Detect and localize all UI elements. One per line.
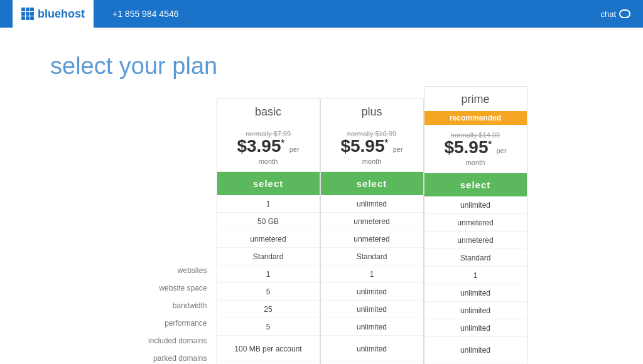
plan-basic-select-top[interactable]: select — [217, 172, 320, 195]
plan-prime-sub-domains: unlimited — [424, 302, 527, 319]
header: bluehost +1 855 984 4546 chat — [0, 0, 643, 28]
plan-prime-website-space: unmetered — [424, 214, 527, 232]
plan-plus-bandwidth: unmetered — [321, 230, 423, 248]
label-websites: websites — [116, 262, 207, 279]
plan-plus-price-value: $5.95* — [340, 136, 392, 156]
plan-plus-included-domains: 1 — [321, 265, 423, 283]
plan-plus-websites: unlimited — [321, 195, 423, 213]
plan-plus-select-top[interactable]: select — [321, 172, 423, 195]
label-parked-domains: parked domains — [116, 350, 207, 364]
plan-prime-recommended: recommended — [424, 111, 527, 125]
label-bandwidth: bandwidth — [116, 297, 207, 314]
chat-button[interactable]: chat — [600, 9, 630, 19]
plan-plus-sub-domains: unlimited — [321, 301, 423, 318]
chat-icon — [619, 9, 630, 18]
plan-basic-price-dollar: $3.95 — [237, 136, 281, 156]
logo-text: bluehost — [38, 8, 85, 21]
plan-plus-parked-domains: unlimited — [321, 283, 423, 301]
plan-basic-performance: Standard — [217, 248, 320, 265]
plan-prime-email-storage: unlimited — [424, 337, 527, 363]
label-included-domains: included domains — [116, 332, 207, 350]
plan-basic-email-storage: 100 MB per account — [217, 336, 320, 362]
plan-plus-price-box: normally $10.99 $5.95* permonth — [321, 124, 423, 172]
plan-prime-parked-domains: unlimited — [424, 284, 527, 302]
plan-basic-name: basic — [217, 99, 320, 124]
plan-prime-price-value: $5.95* — [444, 137, 496, 157]
plan-basic-included-domains: 1 — [217, 265, 320, 283]
plan-plus-email-accounts: unlimited — [321, 318, 423, 336]
plan-basic-bandwidth: unmetered — [217, 230, 320, 248]
plan-plus-price: $5.95* permonth — [324, 137, 420, 166]
plan-prime-select-top[interactable]: select — [424, 173, 527, 196]
plan-prime-price: $5.95* permonth — [428, 139, 524, 168]
plan-prime-email-accounts: unlimited — [424, 319, 527, 337]
plan-prime-performance: Standard — [424, 249, 527, 267]
plan-basic-price: $3.95* permonth — [220, 137, 316, 166]
plan-plus-website-space: unmetered — [321, 213, 423, 230]
plan-basic-email-accounts: 5 — [217, 318, 320, 336]
plan-prime-name: prime — [424, 87, 527, 111]
logo-grid-icon — [21, 8, 34, 20]
plans-container: websites website space bandwidth perform… — [0, 99, 643, 364]
plan-plus-email-storage: unlimited — [321, 336, 423, 362]
plan-basic-sub-domains: 25 — [217, 301, 320, 318]
plan-basic-website-space: 50 GB — [217, 213, 320, 230]
plan-prime-included-domains: 1 — [424, 267, 527, 284]
plan-plus: plus normally $10.99 $5.95* permonth sel… — [320, 99, 424, 364]
plan-basic-parked-domains: 5 — [217, 283, 320, 301]
header-phone: +1 855 984 4546 — [112, 9, 179, 19]
plan-basic-websites: 1 — [217, 195, 320, 213]
plan-basic-price-box: normally $7.99 $3.95* permonth — [217, 124, 320, 172]
plan-plus-name: plus — [321, 99, 423, 124]
plan-plus-performance: Standard — [321, 248, 423, 265]
logo[interactable]: bluehost — [13, 0, 94, 28]
plan-prime: prime recommended normally $14.99 $5.95*… — [424, 86, 527, 364]
plan-prime-price-box: normally $14.99 $5.95* permonth — [424, 125, 527, 173]
feature-labels: websites website space bandwidth perform… — [116, 99, 217, 364]
page-title: select your plan — [50, 53, 643, 80]
plan-prime-price-dollar: $5.95 — [444, 137, 488, 157]
plan-basic-price-value: $3.95* — [237, 136, 289, 156]
plan-prime-bandwidth: unmetered — [424, 232, 527, 249]
plan-plus-price-dollar: $5.95 — [340, 136, 384, 156]
label-performance: performance — [116, 314, 207, 332]
plan-basic: basic normally $7.99 $3.95* permonth sel… — [217, 99, 320, 364]
chat-label: chat — [600, 9, 616, 19]
label-website-space: website space — [116, 279, 207, 297]
plan-prime-websites: unlimited — [424, 196, 527, 214]
